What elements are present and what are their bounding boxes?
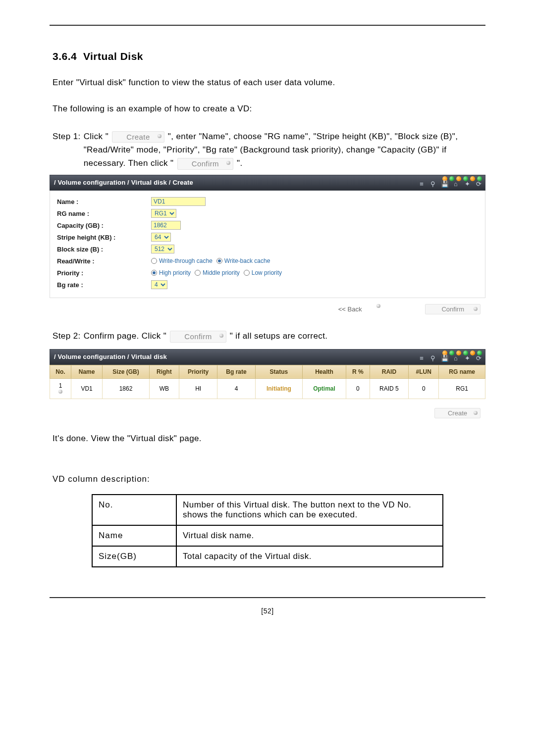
- high-priority-radio[interactable]: High priority: [151, 269, 191, 276]
- top-rule: [50, 25, 485, 26]
- cell-lun: 0: [409, 378, 439, 399]
- cell-no: 1: [50, 378, 71, 399]
- refresh-icon[interactable]: ⟳: [475, 180, 482, 188]
- refresh-icon[interactable]: ⟳: [475, 354, 482, 362]
- cell-name: VD1: [71, 378, 102, 399]
- bg-rate-label: Bg rate :: [57, 281, 151, 289]
- desc-col2: Total capacity of the Virtual disk.: [176, 546, 443, 567]
- desc-col1: Size(GB): [92, 546, 176, 567]
- step-1: Step 1: Click " Create ", enter "Name", …: [53, 130, 485, 170]
- bottom-rule: [50, 597, 485, 598]
- step-1-text-post: ".: [237, 158, 243, 168]
- step-2-text-post: " if all setups are correct.: [230, 331, 328, 341]
- home-icon[interactable]: ⌂: [452, 354, 459, 362]
- list-icon[interactable]: ≡: [418, 180, 425, 188]
- tools-icon[interactable]: ✦: [464, 180, 471, 188]
- col-right: Right: [149, 365, 179, 378]
- oval-dot-icon: [474, 411, 478, 415]
- confirm-button-inline-1[interactable]: Confirm: [177, 158, 233, 170]
- block-size-select[interactable]: 512: [151, 245, 174, 253]
- table-row: 1 VD1 1862 WB HI 4 Initiating Optimal 0 …: [50, 378, 485, 399]
- oval-dot-icon: [376, 304, 380, 308]
- oval-dot-icon: [474, 307, 478, 311]
- section-title: Virtual Disk: [83, 50, 143, 62]
- col-rpct: R %: [346, 365, 370, 378]
- desc-col1: No.: [92, 495, 176, 525]
- oval-dot-icon: [158, 134, 161, 138]
- rg-name-label: RG name :: [57, 210, 151, 217]
- intro-paragraph-2: The following is an example of how to cr…: [53, 103, 485, 115]
- confirm-button-label: Confirm: [184, 332, 212, 341]
- cell-size: 1862: [103, 378, 150, 399]
- page-number: [52]: [50, 607, 485, 615]
- middle-priority-radio[interactable]: Middle priority: [195, 269, 240, 276]
- step-1-text-pre: Click ": [84, 132, 108, 141]
- write-back-radio[interactable]: Write-back cache: [216, 257, 270, 264]
- breadcrumb: / Volume configuration / Virtual disk / …: [50, 175, 197, 190]
- home-icon[interactable]: ⌂: [452, 180, 459, 188]
- step-2: Step 2: Confirm page. Click " Confirm " …: [53, 329, 485, 343]
- confirm-button-label: Confirm: [192, 159, 219, 168]
- desc-col1: Name: [92, 525, 176, 546]
- panel-header: / Volume configuration / Virtual disk / …: [50, 175, 485, 191]
- confirm-button-label: Confirm: [441, 305, 464, 313]
- capacity-label: Capacity (GB) :: [57, 222, 151, 229]
- low-priority-radio[interactable]: Low priority: [244, 269, 282, 276]
- rg-name-select[interactable]: RG1: [151, 209, 176, 218]
- col-size: Size (GB): [103, 365, 150, 378]
- create-button[interactable]: Create: [434, 408, 481, 418]
- stripe-select[interactable]: 64: [151, 233, 171, 242]
- cell-rg: RG1: [439, 378, 485, 399]
- cell-rpct: 0: [346, 378, 370, 399]
- col-raid: RAID: [370, 365, 408, 378]
- desc-row: Size(GB) Total capacity of the Virtual d…: [92, 546, 443, 567]
- cell-priority: HI: [179, 378, 217, 399]
- step-2-label: Step 2:: [53, 329, 84, 343]
- confirm-button[interactable]: Confirm: [425, 304, 481, 314]
- create-button-label: Create: [126, 133, 150, 141]
- cell-right: WB: [149, 378, 179, 399]
- list-icon[interactable]: ≡: [418, 354, 425, 362]
- save-icon[interactable]: 💾: [441, 354, 448, 362]
- col-no: No.: [50, 365, 71, 378]
- desc-heading: VD column description:: [53, 474, 485, 484]
- intro-paragraph-1: Enter "Virtual disk" function to view th…: [53, 77, 485, 89]
- read-write-label: Read/Write :: [57, 257, 151, 265]
- capacity-input[interactable]: [151, 221, 181, 230]
- bg-rate-select[interactable]: 4: [151, 280, 167, 289]
- plug-icon[interactable]: ⚲: [429, 354, 436, 362]
- plug-icon[interactable]: ⚲: [429, 180, 436, 188]
- desc-row: Name Virtual disk name.: [92, 525, 443, 546]
- virtual-disk-table-screenshot: / Volume configuration / Virtual disk ≡ …: [50, 349, 485, 418]
- col-status: Status: [255, 365, 303, 378]
- name-label: Name :: [57, 198, 151, 205]
- oval-dot-icon: [226, 161, 230, 165]
- cell-raid: RAID 5: [370, 378, 408, 399]
- col-name: Name: [71, 365, 102, 378]
- back-link[interactable]: << Back: [338, 305, 362, 313]
- cell-status: Initiating: [255, 378, 303, 399]
- panel-header-2: / Volume configuration / Virtual disk ≡ …: [50, 349, 485, 365]
- confirm-button-inline-2[interactable]: Confirm: [170, 331, 226, 343]
- step-1-label: Step 1:: [53, 130, 84, 170]
- breadcrumb-2: / Volume configuration / Virtual disk: [50, 349, 171, 364]
- desc-table: No. Number of this Virtual disk. The but…: [92, 494, 443, 567]
- stripe-label: Stripe height (KB) :: [57, 234, 151, 241]
- cell-bg: 4: [217, 378, 255, 399]
- create-button-label: Create: [448, 409, 467, 417]
- save-icon[interactable]: 💾: [441, 180, 448, 188]
- cell-health: Optimal: [303, 378, 346, 399]
- write-through-radio[interactable]: Write-through cache: [151, 257, 213, 264]
- section-number: 3.6.4: [53, 50, 77, 62]
- name-input[interactable]: [151, 197, 206, 206]
- section-heading: 3.6.4 Virtual Disk: [53, 50, 485, 62]
- row-action-button[interactable]: [58, 390, 62, 394]
- oval-dot-icon: [219, 334, 223, 338]
- priority-label: Priority :: [57, 269, 151, 277]
- create-button-inline[interactable]: Create: [112, 131, 164, 143]
- col-prio: Priority: [179, 365, 217, 378]
- tools-icon[interactable]: ✦: [464, 354, 471, 362]
- col-health: Health: [303, 365, 346, 378]
- create-vd-form-screenshot: / Volume configuration / Virtual disk / …: [50, 175, 485, 314]
- vd-table: No. Name Size (GB) Right Priority Bg rat…: [50, 365, 485, 399]
